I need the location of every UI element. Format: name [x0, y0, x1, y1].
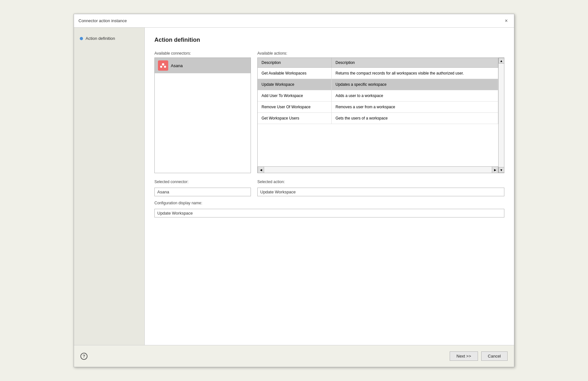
action-desc-0: Returns the compact records for all work… — [332, 68, 498, 79]
help-button[interactable]: ? — [80, 353, 87, 360]
table-row[interactable]: Update Workspace Updates a specific work… — [258, 79, 498, 90]
action-name-4: Get Workspace Users — [258, 113, 332, 124]
connector-item-asana[interactable]: Asana — [155, 58, 251, 73]
main-content: Action definition Available connectors: — [145, 28, 514, 345]
config-display-name-input[interactable] — [154, 209, 504, 217]
selected-connector-group: Selected connector: — [154, 180, 251, 196]
dialog: Connector action instance × Action defin… — [74, 14, 514, 367]
table-row[interactable]: Remove User Of Workspace Removes a user … — [258, 102, 498, 113]
selected-connector-input[interactable] — [154, 188, 251, 196]
table-header: Description Description — [258, 58, 498, 68]
config-name-row: Configuration display name: — [154, 201, 504, 217]
selected-connector-label: Selected connector: — [154, 180, 251, 184]
action-desc-3: Removes a user from a workspace — [332, 102, 498, 112]
actions-table-container: Description Description Get Available Wo… — [257, 58, 504, 173]
th-action-desc: Description — [332, 58, 498, 67]
connector-name: Asana — [171, 63, 183, 68]
action-name-3: Remove User Of Workspace — [258, 102, 332, 112]
connectors-col: Available connectors: Asana — [154, 51, 251, 173]
config-display-name-label: Configuration display name: — [154, 201, 504, 205]
sidebar: Action definition — [74, 28, 145, 345]
titlebar: Connector action instance × — [74, 14, 514, 28]
dialog-body: Action definition Action definition Avai… — [74, 28, 514, 345]
svg-point-1 — [160, 66, 162, 67]
action-desc-2: Adds a user to a workspace — [332, 90, 498, 101]
connectors-list[interactable]: Asana — [154, 58, 251, 173]
bottom-fields: Selected connector: Selected action: Con… — [154, 180, 504, 217]
action-desc-4: Gets the users of a workspace — [332, 113, 498, 124]
asana-icon — [158, 60, 168, 71]
actions-col: Available actions: Description Descripti… — [257, 51, 504, 173]
table-row[interactable]: Get Workspace Users Gets the users of a … — [258, 113, 498, 124]
next-button[interactable]: Next >> — [450, 351, 478, 361]
actions-label: Available actions: — [257, 51, 504, 56]
sidebar-item-action-definition[interactable]: Action definition — [77, 34, 141, 43]
scroll-left-button[interactable]: ◀ — [258, 167, 264, 173]
dialog-footer: ? Next >> Cancel — [74, 345, 514, 367]
table-row[interactable]: Add User To Workspace Adds a user to a w… — [258, 90, 498, 102]
cancel-button[interactable]: Cancel — [481, 351, 508, 361]
footer-left: ? — [80, 353, 446, 360]
horizontal-scrollbar[interactable]: ◀ ▶ — [258, 166, 498, 173]
active-dot-icon — [80, 37, 83, 40]
selected-action-label: Selected action: — [257, 180, 504, 184]
scroll-right-button[interactable]: ▶ — [492, 167, 498, 173]
th-action-name: Description — [258, 58, 332, 67]
scroll-up-button[interactable]: ▲ — [499, 58, 504, 64]
dialog-title: Connector action instance — [78, 18, 127, 23]
sidebar-item-label: Action definition — [86, 36, 115, 41]
action-name-1: Update Workspace — [258, 79, 332, 90]
action-name-2: Add User To Workspace — [258, 90, 332, 101]
table-row[interactable]: Get Available Workspaces Returns the com… — [258, 68, 498, 79]
actions-table-inner: Description Description Get Available Wo… — [258, 58, 498, 173]
vertical-scrollbar[interactable]: ▲ ▼ — [498, 58, 504, 173]
selected-action-input[interactable] — [257, 188, 504, 196]
two-col-section: Available connectors: Asana — [154, 51, 504, 173]
selected-fields-row: Selected connector: Selected action: — [154, 180, 504, 196]
connectors-label: Available connectors: — [154, 51, 251, 56]
scroll-down-button[interactable]: ▼ — [499, 167, 504, 173]
action-name-0: Get Available Workspaces — [258, 68, 332, 79]
selected-action-group: Selected action: — [257, 180, 504, 196]
config-name-group: Configuration display name: — [154, 201, 504, 217]
action-desc-1: Updates a specific workspace — [332, 79, 498, 90]
svg-point-2 — [164, 66, 166, 67]
svg-point-0 — [162, 63, 164, 66]
page-title: Action definition — [154, 37, 504, 43]
close-button[interactable]: × — [503, 18, 510, 24]
table-body[interactable]: Get Available Workspaces Returns the com… — [258, 68, 498, 166]
